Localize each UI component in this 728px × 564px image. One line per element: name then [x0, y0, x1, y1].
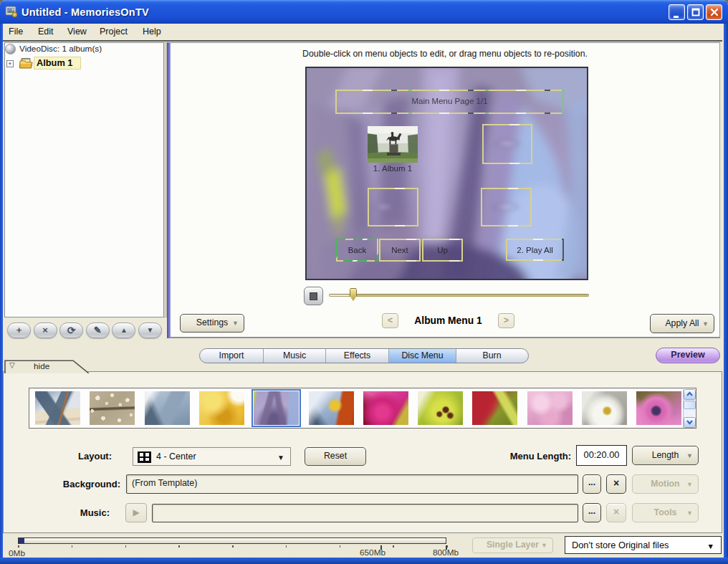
tab-disc-menu[interactable]: Disc Menu [389, 349, 456, 363]
menu-placeholder-object[interactable] [481, 188, 532, 226]
menu-help[interactable]: Help [143, 25, 161, 39]
stop-icon [310, 292, 317, 300]
menu-view[interactable]: View [67, 25, 87, 39]
reset-button[interactable]: Reset [305, 447, 366, 466]
album-edit-button[interactable]: ✎ [86, 322, 110, 338]
red-green-flower-photo[interactable] [472, 391, 517, 425]
album-delete-button[interactable]: × [34, 322, 57, 338]
album-move-up-button[interactable]: ▲ [112, 322, 135, 338]
pink-blossom-photo[interactable] [527, 391, 573, 425]
menu-next-button[interactable]: Next [379, 239, 421, 262]
music-browse-button[interactable]: ... [583, 503, 601, 522]
apply-all-button[interactable]: Apply All▼ [650, 314, 714, 333]
close-button[interactable] [706, 4, 722, 20]
maximize-button[interactable] [687, 4, 704, 20]
store-files-selected-value: Don't store Original files [572, 540, 669, 550]
minimize-button[interactable] [669, 4, 685, 20]
menu-title-text: Main Menu Page 1/1 [337, 97, 562, 105]
scroll-up-button[interactable] [684, 389, 696, 400]
previous-menu-button[interactable]: < [382, 313, 398, 328]
tab-burn[interactable]: Burn [456, 349, 527, 363]
magenta-gerbera-photo[interactable] [363, 391, 408, 425]
green-tulip-photo[interactable] [418, 391, 463, 425]
capacity-tick [72, 545, 73, 548]
preview-button[interactable]: Preview [656, 348, 720, 363]
disc-capacity-bar [18, 537, 446, 544]
capacity-tick [340, 545, 341, 548]
dropdown-arrow-icon: ▼ [686, 446, 693, 464]
menu-edit[interactable]: Edit [38, 25, 54, 39]
menu-project[interactable]: Project [100, 25, 128, 39]
app-window: Untitled - MemoriesOnTV FileEditViewProj… [0, 0, 728, 564]
tree-item-album[interactable]: Album 1 [37, 57, 72, 69]
combo-arrow-icon[interactable]: ▼ [707, 542, 714, 550]
background-clear-button[interactable]: × [606, 474, 626, 494]
capacity-tick [393, 545, 394, 548]
scrollbar-thumb[interactable] [684, 401, 696, 409]
window-border-bottom [0, 558, 728, 564]
pink-daisy-photo[interactable] [636, 391, 681, 425]
tab-effects[interactable]: Effects [326, 349, 389, 363]
capacity-tick [125, 545, 127, 548]
menu-placeholder-object[interactable] [482, 124, 532, 164]
background-browse-button[interactable]: ... [583, 474, 601, 494]
dotted-fabric-photo[interactable] [90, 391, 135, 425]
disc-capacity-fill [19, 538, 24, 543]
purple-iris-photo[interactable] [254, 391, 299, 425]
music-play-button[interactable]: ▶ [125, 503, 147, 522]
album-add-button[interactable]: + [7, 322, 31, 338]
videodisc-icon [5, 44, 16, 54]
layout-grid-icon [138, 451, 151, 463]
settings-button[interactable]: Settings▼ [180, 314, 244, 333]
motion-button[interactable]: Motion▼ [632, 474, 699, 494]
album-thumbnail-object[interactable] [368, 126, 418, 163]
stop-button[interactable] [304, 287, 323, 305]
menu-file[interactable]: File [9, 25, 23, 39]
length-button[interactable]: Length▼ [632, 446, 699, 465]
combo-arrow-icon[interactable]: ▼ [277, 454, 284, 462]
tools-button[interactable]: Tools▼ [632, 503, 699, 522]
app-icon [5, 5, 18, 18]
layout-combobox[interactable]: 4 - Center ▼ [133, 447, 291, 466]
tab-import[interactable]: Import [200, 349, 264, 363]
iris-orange-photo[interactable] [309, 391, 354, 425]
capacity-650-label: 650Mb [355, 548, 391, 558]
capacity-tick [232, 545, 234, 548]
collapse-triangle-icon: ▽ [9, 361, 15, 369]
placeholder-ghost-text [491, 201, 521, 212]
capacity-tick [178, 545, 180, 548]
single-layer-button[interactable]: Single Layer▼ [472, 537, 553, 553]
menu-length-input[interactable]: 00:20.00 [576, 445, 627, 466]
menu-up-button[interactable]: Up [422, 239, 463, 262]
capacity-0-label: 0Mb [9, 548, 25, 558]
menu-separator [3, 40, 722, 42]
blue-ribbon-photo[interactable] [35, 391, 80, 425]
menu-bar: FileEditViewProjectHelp [3, 24, 724, 40]
dvd-menu-preview[interactable]: Main Menu Page 1/1 [305, 67, 588, 280]
tree-item-videodisc[interactable]: VideoDisc: 1 album(s) [19, 44, 102, 54]
dropdown-arrow-icon: ▼ [702, 315, 709, 333]
menu-title-object[interactable]: Main Menu Page 1/1 [335, 90, 564, 114]
hide-tab-label: hide [34, 361, 49, 371]
menu-play-all-button[interactable]: 2. Play All [506, 239, 564, 261]
tab-music[interactable]: Music [264, 349, 326, 363]
album-move-down-button[interactable]: ▼ [138, 322, 162, 338]
white-flower-photo[interactable] [582, 391, 627, 425]
menu-time-slider[interactable] [329, 294, 589, 297]
yellow-rose-photo[interactable] [199, 391, 244, 425]
menu-placeholder-object[interactable] [368, 188, 418, 226]
album-folder-icon [19, 57, 33, 69]
main-tab-bar: ImportMusicEffectsDisc MenuBurn [199, 348, 529, 363]
background-field[interactable]: (From Template) [126, 474, 578, 494]
store-original-files-combobox[interactable]: Don't store Original files ▼ [565, 536, 722, 554]
music-field[interactable] [152, 504, 578, 522]
layout-selected-value: 4 - Center [156, 451, 196, 462]
music-clear-button[interactable]: × [606, 503, 626, 522]
dropdown-arrow-icon: ▼ [232, 315, 239, 332]
album-rotate-button[interactable]: ⟳ [59, 322, 83, 338]
blue-petals-photo[interactable] [145, 391, 190, 425]
scroll-down-button[interactable] [684, 417, 696, 428]
menu-back-button[interactable]: Back [336, 239, 378, 262]
next-menu-button[interactable]: > [498, 313, 514, 328]
tree-expand-icon[interactable]: + [6, 60, 14, 67]
